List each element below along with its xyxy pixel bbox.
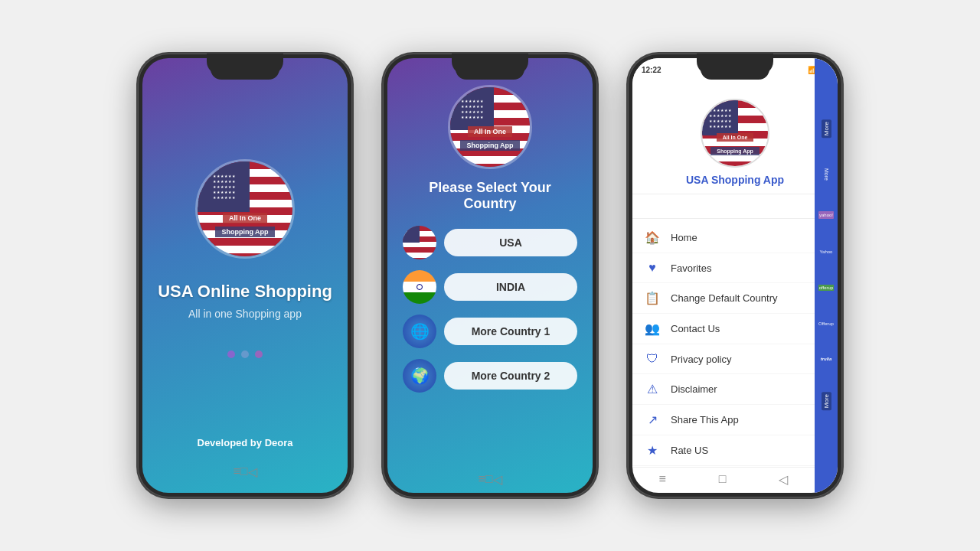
menu-item-share[interactable]: ↗ Share This App <box>632 405 815 435</box>
phone3: 12:22 📶 🔋 ★★★★★★ ★★★★★★ ★★★★★★ <box>628 54 842 497</box>
flag-circle-1: ★★★★★★ ★★★★★★ ★★★★★★ ★★★★★★ ★★★★★★ All I… <box>195 159 295 259</box>
menu-item-home[interactable]: 🏠 Home <box>632 223 815 253</box>
dot-3 <box>255 350 263 358</box>
flag-canton: ★★★★★★ ★★★★★★ ★★★★★★ ★★★★★★ ★★★★★★ <box>198 161 250 213</box>
right-panel-peek: More More yahoo! Yahoo offerup Offerup t… <box>815 58 838 493</box>
country-row-more2: 🌍 More Country 2 <box>403 359 577 393</box>
developer-text: Developed by Deora <box>198 437 293 460</box>
usa-button[interactable]: USA <box>444 229 577 256</box>
more-country2-button[interactable]: More Country 2 <box>444 362 577 390</box>
panel-trulia-label: trulia <box>821 357 832 361</box>
india-button[interactable]: INDIA <box>444 273 577 301</box>
phone1-main: ★★★★★★ ★★★★★★ ★★★★★★ ★★★★★★ ★★★★★★ All I… <box>158 80 332 437</box>
phone3-screen: 12:22 📶 🔋 ★★★★★★ ★★★★★★ ★★★★★★ <box>632 58 838 493</box>
phone2-notch <box>456 63 524 80</box>
nav-back-icon-2[interactable]: ◁ <box>493 472 502 487</box>
home-icon: 🏠 <box>645 230 660 245</box>
bottom-nav-3: ≡ □ ◁ <box>632 467 815 493</box>
phones-container: ★★★★★★ ★★★★★★ ★★★★★★ ★★★★★★ ★★★★★★ All I… <box>0 0 980 551</box>
flag-usa-small <box>403 226 436 259</box>
usa-flag-1: ★★★★★★ ★★★★★★ ★★★★★★ ★★★★★★ ★★★★★★ All I… <box>198 161 292 256</box>
privacy-label: Privacy policy <box>671 354 731 365</box>
nav-menu-icon[interactable]: ≡ <box>233 465 240 479</box>
contact-label: Contact Us <box>671 323 720 334</box>
dot-1 <box>227 350 235 358</box>
country-label: Change Default Country <box>671 292 777 304</box>
search-row: 🔍 <box>632 194 838 219</box>
dot-2 <box>241 350 249 358</box>
flag-line2-2: Shopping App <box>460 140 519 151</box>
home-label: Home <box>671 232 697 243</box>
splash-title: USA Online Shopping All in one Shopping … <box>158 274 332 320</box>
nav-home-icon[interactable]: □ <box>240 465 248 479</box>
flag-india-small <box>403 270 436 304</box>
flag-line1: All In One <box>223 213 267 223</box>
rate-label: Rate US <box>671 445 708 456</box>
menu-item-contact[interactable]: 👥 Contact Us <box>632 314 815 344</box>
panel-more-btn-2[interactable]: More <box>824 168 829 181</box>
flag-circle-2: ★★★★★★ ★★★★★★ ★★★★★★ ★★★★★★ All In One S… <box>448 85 532 169</box>
rate-icon: ★ <box>645 443 660 458</box>
menu-item-country[interactable]: 📋 Change Default Country <box>632 283 815 314</box>
flag-overlay-2: All In One Shopping App <box>450 123 530 151</box>
nav-home-icon-2[interactable]: □ <box>485 472 493 487</box>
panel-more-btn-3[interactable]: More <box>822 392 831 410</box>
phone1-notch <box>211 63 279 80</box>
phone1: ★★★★★★ ★★★★★★ ★★★★★★ ★★★★★★ ★★★★★★ All I… <box>138 54 352 497</box>
flag-overlay-1: All In One Shopping App <box>198 210 292 237</box>
disclaimer-label: Disclaimer <box>671 383 717 395</box>
phone3-notch <box>701 63 769 80</box>
phone2-screen: 11:48 📶 🔋 88% ★★★★★★ ★★★★★★ ★★★★★★ <box>387 58 593 493</box>
time-display-3: 12:22 <box>642 66 662 74</box>
favorites-icon: ♥ <box>645 261 660 275</box>
phone2: 11:48 📶 🔋 88% ★★★★★★ ★★★★★★ ★★★★★★ <box>383 54 597 497</box>
nav-home-icon-3[interactable]: □ <box>719 472 727 487</box>
flag-globe2: 🌍 <box>403 359 436 393</box>
dots-indicator <box>227 350 263 358</box>
nav-back-icon[interactable]: ◁ <box>248 465 257 479</box>
menu-app-title: USA Shopping App <box>686 174 784 186</box>
flag-line2: Shopping App <box>215 227 274 237</box>
phone1-screen: ★★★★★★ ★★★★★★ ★★★★★★ ★★★★★★ ★★★★★★ All I… <box>142 58 348 493</box>
nav-back-icon-3[interactable]: ◁ <box>779 472 788 487</box>
panel-yahoo-btn[interactable]: yahoo! <box>818 211 834 219</box>
phone2-content-area: 11:48 📶 🔋 88% ★★★★★★ ★★★★★★ ★★★★★★ <box>387 58 593 493</box>
flag-overlay-3: All In One Shopping App <box>702 129 768 156</box>
privacy-icon: 🛡 <box>645 352 660 366</box>
share-icon: ↗ <box>645 412 660 427</box>
nav-menu-icon-3[interactable]: ≡ <box>658 472 665 487</box>
contact-icon: 👥 <box>645 321 660 336</box>
app-subtitle-text: All in one Shopping app <box>158 308 332 320</box>
flag-line1-3: All In One <box>717 133 754 142</box>
menu-item-disclaimer[interactable]: ⚠ Disclaimer <box>632 374 815 405</box>
phone3-content-area: 12:22 📶 🔋 ★★★★★★ ★★★★★★ ★★★★★★ <box>632 58 838 493</box>
phone2-main: ★★★★★★ ★★★★★★ ★★★★★★ ★★★★★★ All In One S… <box>387 77 593 468</box>
flag-globe1: 🌐 <box>403 315 436 348</box>
flag-line2-3: Shopping App <box>710 147 760 155</box>
panel-more-btn-1[interactable]: More <box>822 119 831 138</box>
flag-circle-3: ★★★★★★ ★★★★★★ ★★★★★★ ★★★★★★ All In One S… <box>701 99 769 168</box>
disclaimer-icon: ⚠ <box>645 382 660 396</box>
country-row-usa: USA <box>403 226 577 259</box>
usa-flag-2: ★★★★★★ ★★★★★★ ★★★★★★ ★★★★★★ All In One S… <box>450 87 530 167</box>
menu-item-favorites[interactable]: ♥ Favorites <box>632 253 815 283</box>
favorites-label: Favorites <box>671 262 711 274</box>
more-country1-button[interactable]: More Country 1 <box>444 318 577 345</box>
select-title: Please Select Your Country <box>403 180 577 212</box>
nav-menu-icon-2[interactable]: ≡ <box>478 472 485 487</box>
bottom-nav-2: ≡ □ ◁ <box>478 468 501 493</box>
panel-offerup-btn[interactable]: offerup <box>818 285 835 291</box>
menu-header: ★★★★★★ ★★★★★★ ★★★★★★ ★★★★★★ All In One S… <box>632 76 838 194</box>
share-label: Share This App <box>671 414 739 425</box>
bottom-nav-1: ≡ □ ◁ <box>233 460 256 485</box>
panel-offerup-label: Offerup <box>818 321 834 326</box>
usa-flag-3: ★★★★★★ ★★★★★★ ★★★★★★ ★★★★★★ All In One S… <box>702 100 768 166</box>
app-title-text: USA Online Shopping <box>158 282 332 302</box>
panel-yahoo-label: Yahoo <box>820 249 833 254</box>
menu-list: 🏠 Home ♥ Favorites 📋 Change Default Coun… <box>632 219 815 467</box>
country-row-more1: 🌐 More Country 1 <box>403 315 577 348</box>
phone1-content-area: ★★★★★★ ★★★★★★ ★★★★★★ ★★★★★★ ★★★★★★ All I… <box>142 58 348 493</box>
country-row-india: INDIA <box>403 270 577 304</box>
menu-item-privacy[interactable]: 🛡 Privacy policy <box>632 344 815 374</box>
menu-item-rate[interactable]: ★ Rate US <box>632 435 815 466</box>
